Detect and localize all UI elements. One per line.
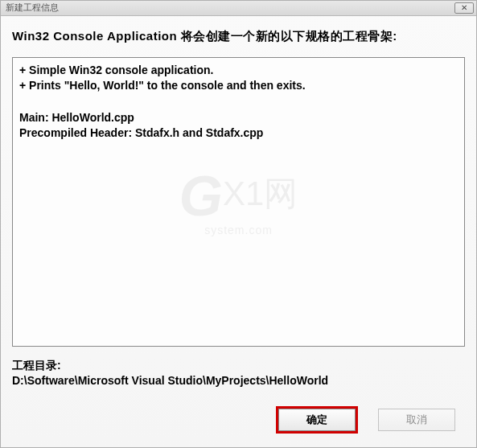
project-info-text: + Simple Win32 console application. + Pr… (19, 64, 306, 139)
dialog-content: Win32 Console Application 将会创建一个新的以下规格的工… (1, 16, 476, 447)
project-info-box: + Simple Win32 console application. + Pr… (12, 57, 465, 347)
close-button[interactable]: ✕ (454, 2, 474, 14)
watermark: GX1网system.com (179, 168, 298, 236)
project-directory-path: D:\Software\Microsoft Visual Studio\MyPr… (12, 373, 465, 389)
titlebar: 新建工程信息 ✕ (1, 1, 476, 16)
button-row: 确定 取消 (12, 409, 465, 439)
project-directory-label: 工程目录: (12, 358, 465, 374)
cancel-button[interactable]: 取消 (378, 409, 455, 431)
project-directory-section: 工程目录: D:\Software\Microsoft Visual Studi… (12, 358, 465, 389)
dialog-window: 新建工程信息 ✕ Win32 Console Application 将会创建一… (0, 0, 477, 448)
ok-button[interactable]: 确定 (278, 409, 356, 431)
dialog-heading: Win32 Console Application 将会创建一个新的以下规格的工… (12, 29, 465, 44)
window-title: 新建工程信息 (6, 2, 59, 14)
close-icon: ✕ (461, 3, 467, 12)
